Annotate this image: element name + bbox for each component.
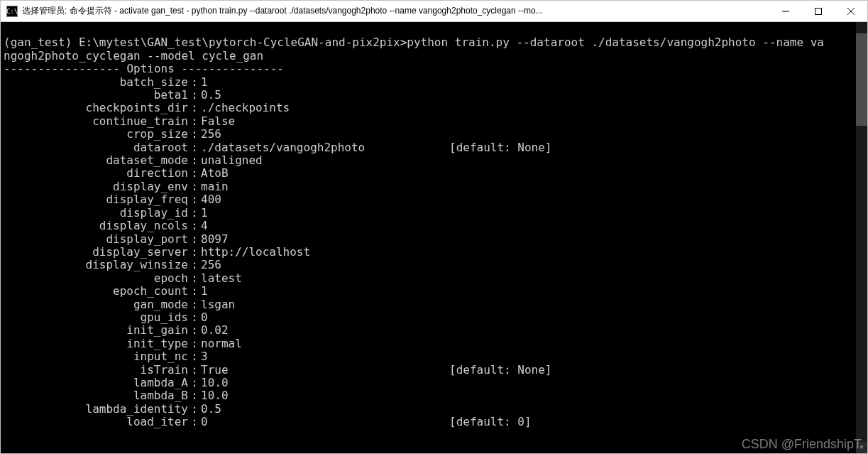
option-separator: : (188, 298, 201, 311)
option-value: 400 (201, 193, 449, 206)
cmd-icon: C:\ (6, 6, 18, 17)
option-key: continue_train (4, 115, 188, 128)
option-key: epoch_count (4, 285, 188, 298)
option-value: ./checkpoints (201, 102, 449, 114)
option-row: checkpoints_dir:./checkpoints (4, 102, 864, 114)
option-value: False (201, 115, 449, 128)
option-key: crop_size (4, 128, 188, 141)
option-key: lambda_B (4, 389, 188, 402)
options-header: ----------------- Options --------------… (4, 62, 284, 75)
option-key: lambda_identity (4, 403, 188, 416)
option-row: init_gain:0.02 (4, 324, 864, 337)
terminal-output[interactable]: (gan_test) E:\mytest\GAN_test\pytorch-Cy… (1, 22, 867, 453)
option-row: lambda_identity:0.5 (4, 403, 864, 416)
option-key: dataroot (4, 141, 188, 154)
option-row: direction:AtoB (4, 167, 864, 180)
option-value: unaligned (201, 154, 449, 167)
option-default: [default: 0] (449, 416, 532, 428)
option-separator: : (188, 141, 201, 154)
option-value: normal (201, 337, 449, 350)
option-row: init_type:normal (4, 337, 864, 350)
option-key: display_ncols (4, 220, 188, 232)
option-separator: : (188, 377, 201, 389)
option-value: 1 (201, 285, 449, 298)
option-row: display_ncols:4 (4, 220, 864, 232)
option-separator: : (188, 207, 201, 220)
close-button[interactable] (835, 1, 867, 21)
option-row: beta1:0.5 (4, 89, 864, 102)
option-row: gpu_ids:0 (4, 311, 864, 324)
scroll-thumb[interactable] (856, 33, 867, 126)
option-separator: : (188, 389, 201, 402)
option-key: checkpoints_dir (4, 102, 188, 114)
option-value: main (201, 180, 449, 193)
option-key: display_id (4, 207, 188, 220)
option-value: 10.0 (201, 377, 449, 389)
option-separator: : (188, 416, 201, 428)
scroll-down-button[interactable]: ▼ (856, 442, 867, 453)
option-value: 0.5 (201, 403, 449, 416)
option-row: dataroot:./datasets/vangogh2photo[defaul… (4, 141, 864, 154)
window-title: 选择管理员: 命令提示符 - activate gan_test - pytho… (22, 5, 769, 17)
option-row: lambda_A:10.0 (4, 377, 864, 389)
option-separator: : (188, 128, 201, 141)
option-separator: : (188, 89, 201, 102)
minimize-button[interactable] (769, 1, 802, 21)
option-default: [default: None] (449, 141, 552, 154)
option-value: 4 (201, 220, 449, 232)
option-separator: : (188, 154, 201, 167)
option-key: direction (4, 167, 188, 180)
option-value: 0 (201, 311, 449, 324)
watermark: CSDN @FriendshipT (742, 438, 862, 450)
option-key: beta1 (4, 89, 188, 102)
option-separator: : (188, 115, 201, 128)
command-prompt-window: C:\ 选择管理员: 命令提示符 - activate gan_test - p… (0, 0, 868, 454)
option-row: display_port:8097 (4, 233, 864, 246)
option-row: continue_train:False (4, 115, 864, 128)
option-separator: : (188, 324, 201, 337)
option-separator: : (188, 180, 201, 193)
option-key: dataset_mode (4, 154, 188, 167)
option-value: 0.5 (201, 89, 449, 102)
option-separator: : (188, 259, 201, 271)
titlebar[interactable]: C:\ 选择管理员: 命令提示符 - activate gan_test - p… (1, 1, 867, 22)
option-separator: : (188, 272, 201, 285)
option-row: display_winsize:256 (4, 259, 864, 271)
option-separator: : (188, 193, 201, 206)
option-row: input_nc:3 (4, 350, 864, 363)
option-value: ./datasets/vangogh2photo (201, 141, 449, 154)
maximize-button[interactable] (802, 1, 835, 21)
option-key: display_port (4, 233, 188, 246)
option-key: batch_size (4, 76, 188, 89)
option-row: lambda_B:10.0 (4, 389, 864, 402)
option-key: isTrain (4, 364, 188, 377)
option-row: crop_size:256 (4, 128, 864, 141)
option-separator: : (188, 285, 201, 298)
option-key: gpu_ids (4, 311, 188, 324)
window-controls (769, 1, 867, 21)
svg-rect-1 (815, 8, 822, 14)
option-separator: : (188, 364, 201, 377)
option-row: gan_mode:lsgan (4, 298, 864, 311)
option-key: epoch (4, 272, 188, 285)
scrollbar-vertical[interactable]: ▲ ▼ (856, 22, 867, 453)
option-value: 256 (201, 259, 449, 271)
option-row: display_freq:400 (4, 193, 864, 206)
option-separator: : (188, 350, 201, 363)
option-value: 10.0 (201, 389, 449, 402)
option-key: lambda_A (4, 377, 188, 389)
option-separator: : (188, 102, 201, 114)
option-separator: : (188, 220, 201, 232)
option-value: 0 (201, 416, 449, 428)
option-key: display_winsize (4, 259, 188, 271)
option-value: 8097 (201, 233, 449, 246)
option-value: 1 (201, 207, 449, 220)
option-row: isTrain:True[default: None] (4, 364, 864, 377)
option-row: epoch_count:1 (4, 285, 864, 298)
option-separator: : (188, 403, 201, 416)
option-separator: : (188, 337, 201, 350)
option-key: display_env (4, 180, 188, 193)
option-separator: : (188, 246, 201, 259)
option-key: init_type (4, 337, 188, 350)
option-value: 0.02 (201, 324, 449, 337)
